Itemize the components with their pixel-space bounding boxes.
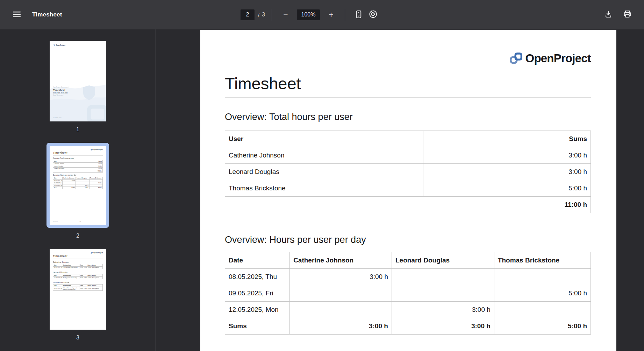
mini-page-footer: Timesheet 2/3 xyxy=(53,221,103,223)
thumbnail-page-1[interactable]: OpenProject OpenProject · Demo project T… xyxy=(50,41,106,133)
thumbnail-page-2-preview: OpenProject Timesheet Overview: Total ho… xyxy=(50,146,106,225)
fit-to-page-button[interactable] xyxy=(352,8,366,22)
table-sums-row: Sums 3:00 h 3:00 h 5:00 h xyxy=(225,318,591,335)
plus-icon: + xyxy=(329,11,333,19)
thumbnail-page-3-preview: OpenProject Timesheet Catherine Johnson … xyxy=(50,249,106,330)
viewer-body: OpenProject OpenProject · Demo project T… xyxy=(0,29,644,351)
thumbnail-label-2: 2 xyxy=(76,233,79,239)
page-number-input[interactable] xyxy=(241,9,255,20)
mini-doc-title: Timesheet xyxy=(53,151,103,156)
download-icon xyxy=(604,10,613,20)
table-cell: 3:00 h xyxy=(290,318,392,335)
table-cell: 08.05.2025, Thu xyxy=(225,269,290,285)
openproject-icon xyxy=(53,44,55,46)
table-total-row: 11:00 h xyxy=(225,197,591,213)
zoom-level-value: 100% xyxy=(301,12,316,18)
pdf-page-2: OpenProject Timesheet Overview: Total ho… xyxy=(200,30,616,351)
menu-button[interactable] xyxy=(10,8,24,22)
table-cell xyxy=(494,269,591,285)
table-cell: 5:00 h xyxy=(494,318,591,335)
openproject-logo: OpenProject xyxy=(225,52,591,64)
cover-meta-line: OpenProject · Demo project xyxy=(53,86,69,88)
heading-divider xyxy=(225,97,591,98)
table-row: 12.05.2025, Mon 3:00 h xyxy=(225,302,591,318)
total-hours-table: User Sums Catherine Johnson 3:00 h Leona… xyxy=(225,131,591,213)
rotate-counterclockwise-button[interactable] xyxy=(366,8,380,22)
table-cell: 3:00 h xyxy=(392,318,494,335)
document-heading: Timesheet xyxy=(225,75,591,93)
thumbnail-label-3: 3 xyxy=(76,335,79,341)
thumbnail-page-2-selected[interactable]: OpenProject Timesheet Overview: Total ho… xyxy=(46,143,109,239)
table-cell: Thomas Brickstone xyxy=(225,180,423,197)
zoom-in-button[interactable]: + xyxy=(324,8,338,22)
cover-date-range: 08.05.2025 - 13.05.2025 xyxy=(53,92,69,94)
table-row: 09.05.2025, Fri 5:00 h xyxy=(225,285,591,302)
table-cell: Leonard Douglas xyxy=(225,164,423,180)
table-cell: 3:00 h xyxy=(423,147,591,164)
minus-icon: − xyxy=(283,11,288,19)
table-cell xyxy=(290,302,392,318)
openproject-logo-mini: OpenProject xyxy=(53,44,65,46)
table-row: Leonard Douglas 3:00 h xyxy=(225,164,591,180)
toolbar-divider xyxy=(272,9,272,21)
mini-user-table: Date Work package Time Hours, Activity 1… xyxy=(53,274,103,279)
table-cell: 3:00 h xyxy=(423,164,591,180)
hamburger-icon xyxy=(13,11,21,19)
section1-heading: Overview: Total hours per user xyxy=(225,111,591,122)
document-viewport: OpenProject Timesheet Overview: Total ho… xyxy=(156,29,644,351)
fit-page-icon xyxy=(354,10,363,20)
cover-author: Maya Werfelmann xyxy=(53,94,69,96)
zoom-level-field[interactable]: 100% xyxy=(297,9,320,20)
openproject-logo-text: OpenProject xyxy=(56,44,65,46)
openproject-logo-text: OpenProject xyxy=(525,52,591,65)
table-cell: Catherine Johnson xyxy=(225,147,423,164)
table-cell: 3:00 h xyxy=(392,302,494,318)
pdf-viewer-toolbar: Timesheet / 3 − 100% + xyxy=(0,0,644,29)
table-cell xyxy=(290,285,392,302)
table-cell xyxy=(392,269,494,285)
openproject-logo-text: OpenProject xyxy=(93,252,103,254)
mini-section1-heading: Overview: Total hours per user xyxy=(53,157,103,159)
openproject-icon xyxy=(91,149,93,150)
table-row: Thomas Brickstone 5:00 h xyxy=(225,180,591,197)
print-button[interactable] xyxy=(620,8,634,22)
download-button[interactable] xyxy=(601,8,615,22)
thumbnail-page-3[interactable]: OpenProject Timesheet Catherine Johnson … xyxy=(50,249,106,341)
mini-doc-title: Timesheet xyxy=(53,254,103,259)
thumbnail-selection-frame: OpenProject Timesheet Overview: Total ho… xyxy=(46,143,109,228)
section2-heading: Overview: Hours per user per day xyxy=(225,234,591,245)
table-header-cell: Leonard Douglas xyxy=(392,252,494,269)
table-header-cell: Catherine Johnson xyxy=(290,252,392,269)
hours-per-day-table: Date Catherine Johnson Leonard Douglas T… xyxy=(225,252,591,335)
table-cell: 5:00 h xyxy=(423,180,591,197)
print-icon xyxy=(623,9,632,20)
table-cell xyxy=(392,285,494,302)
table-header-cell: Sums xyxy=(423,131,591,147)
openproject-icon xyxy=(91,252,93,254)
toolbar-divider xyxy=(345,9,345,21)
thumbnail-label-1: 1 xyxy=(76,126,79,133)
zoom-out-button[interactable]: − xyxy=(279,8,293,22)
mini-user-table: Date Work package Time Hours, Activity 0… xyxy=(53,264,103,269)
table-header-row: User Sums xyxy=(225,131,591,147)
page-separator: / xyxy=(258,12,259,18)
mini-user-section-heading: Catherine Johnson xyxy=(53,261,103,263)
mini-table-hours-per-day: Date Catherine Johnson Leonard Douglas T… xyxy=(53,177,103,189)
openproject-logo-text: OpenProject xyxy=(93,149,103,150)
mini-table-total-hours: UserSums Catherine Johnson3:00 h Leonard… xyxy=(53,160,103,173)
openproject-logo-mini: OpenProject xyxy=(53,252,103,254)
mini-user-section-heading: Leonard Douglas xyxy=(53,271,103,273)
table-row: Catherine Johnson 3:00 h xyxy=(225,147,591,164)
cover-text-block: OpenProject · Demo project Timesheet 08.… xyxy=(53,86,69,96)
mini-section2-heading: Overview: Hours per user per day xyxy=(53,174,103,176)
table-total-cell: 11:00 h xyxy=(225,197,591,213)
cover-footer: 13.05.2025 10:18 xyxy=(53,117,61,119)
table-header-cell: Date xyxy=(225,252,290,269)
table-cell: Sums xyxy=(225,318,290,335)
mini-user-section-heading: Thomas Brickstone xyxy=(53,281,103,283)
toolbar-center-controls: / 3 − 100% + xyxy=(241,0,380,29)
table-cell: 12.05.2025, Mon xyxy=(225,302,290,318)
table-header-row: Date Catherine Johnson Leonard Douglas T… xyxy=(225,252,591,269)
cover-title: Timesheet xyxy=(53,89,69,91)
thumbnail-page-1-preview: OpenProject OpenProject · Demo project T… xyxy=(50,41,106,121)
